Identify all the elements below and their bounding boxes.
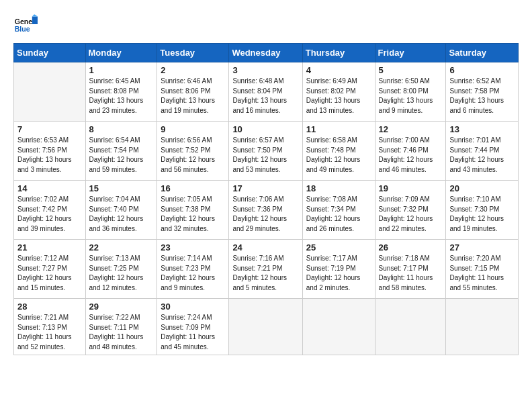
day-detail: Sunrise: 7:14 AMSunset: 7:23 PMDaylight:… (161, 254, 225, 293)
day-number: 11 (306, 124, 371, 134)
header-row: SundayMondayTuesdayWednesdayThursdayFrid… (14, 44, 519, 62)
logo-icon: General Blue (13, 12, 38, 36)
day-number: 6 (449, 65, 515, 75)
day-cell: 5Sunrise: 6:50 AMSunset: 8:00 PMDaylight… (375, 62, 446, 122)
day-cell: 10Sunrise: 6:57 AMSunset: 7:50 PMDayligh… (229, 122, 302, 181)
day-detail: Sunrise: 7:06 AMSunset: 7:36 PMDaylight:… (232, 195, 298, 234)
day-detail: Sunrise: 7:05 AMSunset: 7:38 PMDaylight:… (161, 195, 225, 234)
day-cell: 6Sunrise: 6:52 AMSunset: 7:58 PMDaylight… (446, 62, 519, 122)
day-cell (375, 299, 446, 355)
day-detail: Sunrise: 7:13 AMSunset: 7:25 PMDaylight:… (89, 254, 154, 293)
day-number: 24 (232, 242, 298, 253)
day-cell: 1Sunrise: 6:45 AMSunset: 8:08 PMDaylight… (85, 62, 157, 122)
week-row: 7Sunrise: 6:53 AMSunset: 7:56 PMDaylight… (14, 122, 519, 181)
day-detail: Sunrise: 7:18 AMSunset: 7:17 PMDaylight:… (379, 254, 443, 293)
day-detail: Sunrise: 7:12 AMSunset: 7:27 PMDaylight:… (17, 254, 82, 293)
day-number: 22 (89, 242, 154, 253)
day-number: 4 (306, 65, 371, 75)
day-cell: 21Sunrise: 7:12 AMSunset: 7:27 PMDayligh… (14, 240, 86, 299)
day-number: 10 (232, 124, 298, 134)
day-detail: Sunrise: 6:58 AMSunset: 7:48 PMDaylight:… (306, 136, 371, 175)
day-number: 27 (449, 242, 515, 253)
day-cell: 25Sunrise: 7:17 AMSunset: 7:19 PMDayligh… (302, 240, 375, 299)
day-detail: Sunrise: 7:16 AMSunset: 7:21 PMDaylight:… (232, 254, 298, 293)
calendar: SundayMondayTuesdayWednesdayThursdayFrid… (13, 43, 519, 355)
day-cell: 7Sunrise: 6:53 AMSunset: 7:56 PMDaylight… (14, 122, 86, 181)
day-cell: 29Sunrise: 7:22 AMSunset: 7:11 PMDayligh… (85, 299, 157, 355)
day-number: 13 (449, 124, 515, 134)
day-detail: Sunrise: 7:01 AMSunset: 7:44 PMDaylight:… (449, 136, 515, 175)
day-detail: Sunrise: 7:22 AMSunset: 7:11 PMDaylight:… (89, 313, 154, 352)
day-detail: Sunrise: 7:09 AMSunset: 7:32 PMDaylight:… (379, 195, 443, 234)
day-number: 23 (161, 242, 225, 253)
day-cell: 12Sunrise: 7:00 AMSunset: 7:46 PMDayligh… (375, 122, 446, 181)
day-number: 15 (89, 183, 154, 193)
day-cell: 15Sunrise: 7:04 AMSunset: 7:40 PMDayligh… (85, 181, 157, 240)
day-cell: 4Sunrise: 6:49 AMSunset: 8:02 PMDaylight… (302, 62, 375, 122)
day-detail: Sunrise: 7:02 AMSunset: 7:42 PMDaylight:… (17, 195, 82, 234)
day-cell: 16Sunrise: 7:05 AMSunset: 7:38 PMDayligh… (157, 181, 229, 240)
day-number: 12 (379, 124, 443, 134)
week-row: 28Sunrise: 7:21 AMSunset: 7:13 PMDayligh… (14, 299, 519, 355)
week-row: 21Sunrise: 7:12 AMSunset: 7:27 PMDayligh… (14, 240, 519, 299)
day-number: 7 (17, 124, 82, 134)
day-number: 3 (232, 65, 298, 75)
week-row: 14Sunrise: 7:02 AMSunset: 7:42 PMDayligh… (14, 181, 519, 240)
day-number: 21 (17, 242, 82, 253)
day-cell: 23Sunrise: 7:14 AMSunset: 7:23 PMDayligh… (157, 240, 229, 299)
day-detail: Sunrise: 6:46 AMSunset: 8:06 PMDaylight:… (161, 77, 225, 116)
day-number: 1 (89, 65, 154, 75)
day-cell: 27Sunrise: 7:20 AMSunset: 7:15 PMDayligh… (446, 240, 519, 299)
day-cell: 26Sunrise: 7:18 AMSunset: 7:17 PMDayligh… (375, 240, 446, 299)
day-detail: Sunrise: 6:50 AMSunset: 8:00 PMDaylight:… (379, 77, 443, 116)
day-detail: Sunrise: 7:20 AMSunset: 7:15 PMDaylight:… (449, 254, 515, 293)
svg-marker-3 (32, 14, 38, 16)
day-number: 18 (306, 183, 371, 193)
page: General Blue SundayMondayTuesdayWednesda… (0, 0, 532, 411)
day-cell: 22Sunrise: 7:13 AMSunset: 7:25 PMDayligh… (85, 240, 157, 299)
weekday-header: Sunday (14, 44, 86, 62)
day-cell: 24Sunrise: 7:16 AMSunset: 7:21 PMDayligh… (229, 240, 302, 299)
day-detail: Sunrise: 7:08 AMSunset: 7:34 PMDaylight:… (306, 195, 371, 234)
day-cell: 17Sunrise: 7:06 AMSunset: 7:36 PMDayligh… (229, 181, 302, 240)
day-detail: Sunrise: 6:49 AMSunset: 8:02 PMDaylight:… (306, 77, 371, 116)
day-cell (446, 299, 519, 355)
day-cell: 30Sunrise: 7:24 AMSunset: 7:09 PMDayligh… (157, 299, 229, 355)
weekday-header: Saturday (446, 44, 519, 62)
day-detail: Sunrise: 6:52 AMSunset: 7:58 PMDaylight:… (449, 77, 515, 116)
day-number: 20 (449, 183, 515, 193)
day-detail: Sunrise: 6:56 AMSunset: 7:52 PMDaylight:… (161, 136, 225, 175)
day-detail: Sunrise: 6:48 AMSunset: 8:04 PMDaylight:… (232, 77, 298, 116)
week-row: 1Sunrise: 6:45 AMSunset: 8:08 PMDaylight… (14, 62, 519, 122)
day-number: 17 (232, 183, 298, 193)
weekday-header: Tuesday (157, 44, 229, 62)
day-detail: Sunrise: 7:21 AMSunset: 7:13 PMDaylight:… (17, 313, 82, 352)
day-number: 30 (161, 302, 225, 312)
svg-marker-2 (32, 17, 38, 24)
day-cell: 28Sunrise: 7:21 AMSunset: 7:13 PMDayligh… (14, 299, 86, 355)
day-cell: 3Sunrise: 6:48 AMSunset: 8:04 PMDaylight… (229, 62, 302, 122)
day-cell: 14Sunrise: 7:02 AMSunset: 7:42 PMDayligh… (14, 181, 86, 240)
day-number: 16 (161, 183, 225, 193)
day-cell: 20Sunrise: 7:10 AMSunset: 7:30 PMDayligh… (446, 181, 519, 240)
day-detail: Sunrise: 6:53 AMSunset: 7:56 PMDaylight:… (17, 136, 82, 175)
day-detail: Sunrise: 7:24 AMSunset: 7:09 PMDaylight:… (161, 313, 225, 352)
day-number: 2 (161, 65, 225, 75)
day-number: 5 (379, 65, 443, 75)
day-cell: 2Sunrise: 6:46 AMSunset: 8:06 PMDaylight… (157, 62, 229, 122)
day-cell: 8Sunrise: 6:54 AMSunset: 7:54 PMDaylight… (85, 122, 157, 181)
day-cell: 18Sunrise: 7:08 AMSunset: 7:34 PMDayligh… (302, 181, 375, 240)
weekday-header: Friday (375, 44, 446, 62)
day-detail: Sunrise: 7:04 AMSunset: 7:40 PMDaylight:… (89, 195, 154, 234)
day-number: 14 (17, 183, 82, 193)
weekday-header: Wednesday (229, 44, 302, 62)
day-number: 19 (379, 183, 443, 193)
day-cell: 19Sunrise: 7:09 AMSunset: 7:32 PMDayligh… (375, 181, 446, 240)
weekday-header: Thursday (302, 44, 375, 62)
day-detail: Sunrise: 6:57 AMSunset: 7:50 PMDaylight:… (232, 136, 298, 175)
day-cell (14, 62, 86, 122)
day-cell (302, 299, 375, 355)
day-number: 28 (17, 302, 82, 312)
weekday-header: Monday (85, 44, 157, 62)
day-number: 9 (161, 124, 225, 134)
